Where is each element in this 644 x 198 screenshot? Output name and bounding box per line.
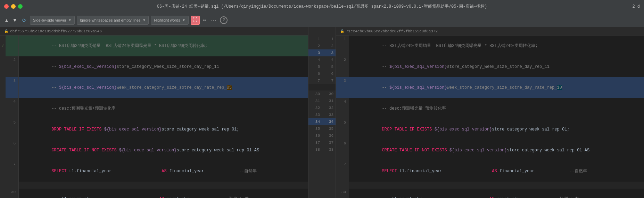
status-gutter (0, 77, 6, 98)
table-row: 6 CREATE TABLE IF NOT EXISTS ${bis_exec_… (336, 140, 644, 161)
line-number: 3 (336, 77, 349, 98)
line-content: -- BST店铺24细类周销量 =BST店铺24细类周曝光量 * BST店铺24… (349, 35, 644, 56)
highlight-word: 10 (557, 85, 562, 90)
code-text: -- (51, 85, 59, 90)
line-content: -- ${bis_exec_sql_version}week_store_cat… (349, 77, 644, 98)
code-text: -- BST店铺24细类周销量 =BST店铺24细类周曝光量 * BST店铺24… (382, 43, 538, 48)
status-gutter (0, 56, 6, 77)
code-text: SELECT (382, 169, 399, 174)
code-text: DROP TABLE IF EXISTS (382, 127, 434, 132)
code-text: week_store_category_size_sotre_day_rate_… (447, 85, 562, 90)
line-content: , t1.count_sku AS count_sku --预测sku数 (19, 189, 308, 198)
viewer-label: Side-by-side viewer (33, 18, 66, 22)
code-text: --自然年 (239, 169, 257, 174)
lock-icon: 🔒 (340, 29, 344, 33)
center-line-numbers: 44 (308, 56, 336, 63)
line-number: 30 (336, 189, 349, 198)
center-line-numbers: 3535 (308, 125, 336, 132)
nav-arrows: ▲ ▼ (3, 17, 19, 24)
diff-container: 🔒 ebf756758b5c19e182dd3bfb927726b61c09a5… (0, 27, 644, 198)
code-text: CREATE TABLE IF NOT EXISTS (51, 148, 119, 153)
left-pane-content[interactable]: ✓ -- BST店铺24细类周销量 =BST店铺24细类周曝光量 * BST店铺… (0, 35, 308, 198)
line-number: 30 (6, 189, 19, 198)
line-content: SELECT t1.financial_year AS financial_ye… (19, 161, 308, 182)
right-pane-content[interactable]: 1 -- BST店铺24细类周销量 =BST店铺24细类周曝光量 * BST店铺… (336, 35, 644, 198)
code-text: --自然年 (570, 169, 587, 174)
help-button[interactable]: ? (220, 16, 228, 24)
line-content: CREATE TABLE IF NOT EXISTS ${bis_exec_sq… (19, 140, 308, 161)
left-file-hash: ebf756758b5c19e182dd3bfb927726b61c09a546 (10, 29, 102, 33)
table-row: 4 -- desc:预测曝光量+预测转化率 (0, 98, 308, 119)
code-text: store_category_week_sal_rep_01 AS (507, 148, 590, 153)
code-text: -- desc:预测曝光量+预测转化率 (51, 106, 116, 111)
center-line-numbers: 3838 (308, 146, 336, 153)
code-text: --预测sku数 (224, 197, 249, 198)
highlight-words-dropdown[interactable]: Highlight words ▼ (151, 16, 188, 25)
ignore-whitespace-dropdown[interactable]: Ignore whitespaces and empty lines ▼ (77, 16, 149, 25)
center-line-numbers: 33 (308, 49, 336, 56)
maximize-button[interactable] (18, 4, 23, 9)
right-pane-header: 🔒 71cc4eb62b605ea2bbadc62ff2fbb155c8d6a3… (336, 27, 644, 35)
table-row: 4 -- desc:预测曝光量+预测转化率 (336, 98, 644, 119)
center-gutter: 11 22 33 44 55 66 77 3030 3131 3232 (308, 27, 336, 198)
viewer-dropdown[interactable]: Side-by-side viewer ▼ (30, 16, 75, 25)
table-row: 5 DROP TABLE IF EXISTS ${bis_exec_sql_ve… (336, 119, 644, 140)
status-gutter (0, 161, 6, 182)
minimize-button[interactable] (11, 4, 16, 9)
code-text: AS (162, 169, 169, 174)
status-gutter (0, 119, 6, 140)
line-content: -- ${bis_exec_sql_version}store_category… (349, 56, 644, 77)
code-text: , t1.count_sku (51, 197, 159, 198)
code-text: CREATE TABLE IF NOT EXISTS (382, 148, 449, 153)
chevron-down-icon: ▼ (143, 18, 146, 22)
table-row: 3 -- ${bis_exec_sql_version}week_store_c… (336, 77, 644, 98)
code-text: financial_year (499, 169, 570, 174)
code-text: AS (489, 197, 497, 198)
ellipsis-icon: ⋯ (211, 17, 216, 23)
nav-up-button[interactable]: ▲ (3, 17, 10, 24)
table-row: 2 -- ${bis_exec_sql_version}store_catego… (0, 56, 308, 77)
expand-button[interactable]: ⛶ (191, 16, 200, 25)
table-row: 1 -- BST店铺24细类周销量 =BST店铺24细类周曝光量 * BST店铺… (336, 35, 644, 56)
line-content: DROP TABLE IF EXISTS ${bis_exec_sql_vers… (19, 119, 308, 140)
line-number: 7 (336, 161, 349, 182)
sync-button[interactable]: ⟳ (21, 17, 28, 24)
ruler-icon[interactable]: ⇔ (202, 16, 207, 24)
code-text: t1.financial_year (399, 169, 492, 174)
code-text: financial_year (169, 169, 239, 174)
highlight-label: Highlight words (154, 18, 180, 22)
status-gutter (0, 98, 6, 119)
center-line-numbers (308, 84, 336, 90)
right-pane: 🔒 71cc4eb62b605ea2bbadc62ff2fbb155c8d6a3… (336, 27, 644, 198)
code-text: count_sku (497, 197, 555, 198)
code-text: t1.financial_year (69, 169, 162, 174)
nav-down-button[interactable]: ▼ (11, 17, 19, 24)
code-text: store_category_week_sal_rep_01 AS (177, 148, 259, 153)
center-line-numbers: 3636 (308, 132, 336, 139)
more-options-button[interactable]: ⋯ (209, 17, 218, 24)
code-text: store_category_week_size_store_day_rep_1… (117, 64, 219, 69)
close-button[interactable] (4, 4, 9, 9)
center-line-numbers: 3434 (308, 118, 336, 125)
center-line-numbers: 3131 (308, 97, 336, 104)
code-text: AS (159, 197, 167, 198)
table-row: 5 DROP TABLE IF EXISTS ${bis_exec_sql_ve… (0, 119, 308, 140)
line-number: 6 (6, 140, 19, 161)
code-text: AS (492, 169, 499, 174)
line-content (349, 182, 644, 189)
line-number: 5 (6, 119, 19, 140)
status-gutter: ✓ (0, 35, 6, 56)
page-number: 2 d (632, 4, 640, 9)
code-text: DROP TABLE IF EXISTS (51, 127, 104, 132)
code-text: -- (382, 64, 389, 69)
code-text: store_category_week_sal_rep_01; (162, 127, 239, 132)
line-number (6, 182, 19, 189)
line-number (6, 35, 19, 56)
line-content: DROP TABLE IF EXISTS ${bis_exec_sql_vers… (349, 119, 644, 140)
table-row: 30 , t1.count_sku AS count_sku --预测sku数 (336, 189, 644, 198)
code-text: ${bis_exec_sql_version} (119, 148, 177, 153)
code-text: , t1.count_sku (382, 197, 489, 198)
line-content: -- ${bis_exec_sql_version}store_category… (19, 56, 308, 77)
table-row: 7 SELECT t1.financial_year AS financial_… (336, 161, 644, 182)
status-gutter (0, 189, 6, 198)
